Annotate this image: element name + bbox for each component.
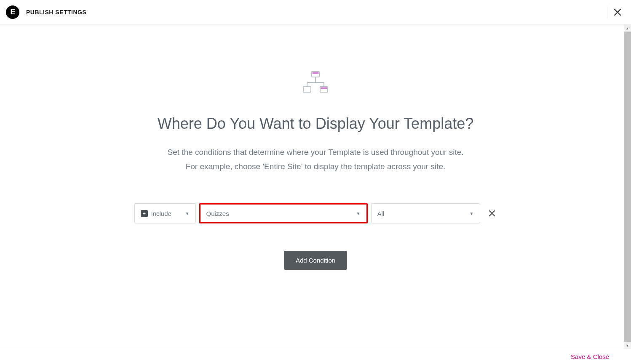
close-button[interactable] [612, 7, 623, 17]
chevron-down-icon: ▼ [185, 211, 190, 216]
header: E PUBLISH SETTINGS [0, 0, 631, 24]
footer: Save & Close [0, 349, 631, 364]
logo-text: E [10, 8, 15, 16]
elementor-logo: E [6, 5, 19, 19]
chevron-down-icon: ▼ [356, 211, 361, 216]
chevron-down-icon: ▼ [470, 211, 474, 216]
condition-location-select[interactable]: Quizzes ▼ [199, 203, 368, 223]
svg-rect-8 [321, 88, 327, 89]
scroll-up-button[interactable]: ▴ [624, 24, 631, 32]
description-line-1: Set the conditions that determine where … [0, 145, 631, 159]
description-line-2: For example, choose 'Entire Site' to dis… [0, 159, 631, 174]
content: Where Do You Want to Display Your Templa… [0, 24, 631, 270]
sitemap-icon [301, 71, 330, 94]
condition-filter-value: All [377, 210, 385, 217]
plus-icon: + [141, 210, 148, 217]
save-and-close-button[interactable]: Save & Close [571, 353, 609, 360]
svg-rect-6 [303, 87, 311, 92]
scroll-down-button[interactable]: ▾ [624, 342, 631, 349]
svg-rect-1 [313, 72, 319, 74]
main-title: Where Do You Want to Display Your Templa… [0, 115, 631, 133]
close-icon [614, 8, 621, 16]
add-condition-button[interactable]: Add Condition [284, 251, 347, 270]
condition-mode-value: Include [151, 210, 171, 217]
header-divider [607, 6, 607, 18]
page-title: PUBLISH SETTINGS [26, 9, 86, 16]
close-icon [489, 210, 495, 217]
remove-condition-button[interactable] [487, 208, 497, 218]
main-area: Where Do You Want to Display Your Templa… [0, 24, 631, 349]
condition-row: + Include ▼ Quizzes ▼ All ▼ [0, 203, 631, 223]
description: Set the conditions that determine where … [0, 145, 631, 174]
condition-filter-select[interactable]: All ▼ [371, 203, 480, 223]
scrollbar-thumb[interactable] [624, 32, 631, 342]
condition-location-value: Quizzes [206, 210, 229, 217]
condition-mode-select[interactable]: + Include ▼ [134, 203, 196, 223]
